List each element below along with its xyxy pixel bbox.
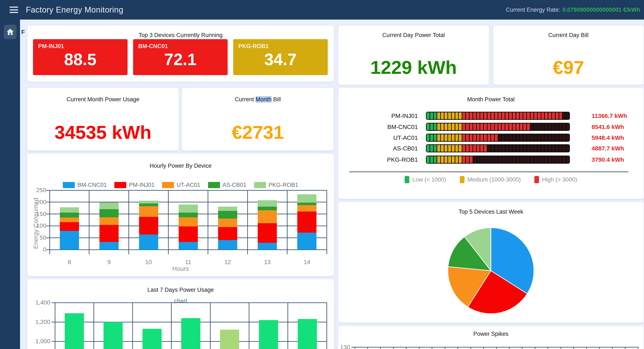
stacked-bar-segment[interactable]: [179, 205, 198, 213]
gauge-segment: [556, 156, 558, 163]
bar-chart[interactable]: 1,4001,2001,000: [55, 303, 327, 349]
stacked-bar-chart[interactable]: 050100150200250891011121314: [50, 190, 327, 250]
stacked-bar-segment[interactable]: [297, 203, 316, 205]
stacked-bar-segment[interactable]: [258, 210, 277, 223]
stacked-bar-segment[interactable]: [100, 225, 118, 242]
segmented-gauge[interactable]: [426, 144, 570, 152]
stacked-bar-segment[interactable]: [179, 226, 198, 242]
panel-title: Last 7 Days Power Usage: [27, 287, 334, 293]
stacked-bar-segment[interactable]: [179, 213, 198, 217]
stacked-bar-segment[interactable]: [297, 205, 316, 212]
stacked-bar-segment[interactable]: [218, 207, 237, 211]
stacked-bar-segment[interactable]: [297, 212, 316, 232]
bar[interactable]: [220, 330, 239, 349]
stacked-bar-segment[interactable]: [60, 207, 79, 213]
stacked-bar-segment[interactable]: [60, 213, 79, 218]
gridline: [55, 303, 55, 349]
stacked-bar-segment[interactable]: [100, 202, 118, 209]
home-button[interactable]: [4, 25, 16, 39]
gauge-segment: [548, 156, 551, 163]
bar[interactable]: [259, 320, 278, 349]
stacked-bar-segment[interactable]: [60, 218, 79, 222]
device-tile-bm-cnc01[interactable]: BM-CNC01 72.1: [133, 39, 228, 75]
panel-title: Current Month Bill: [182, 96, 334, 103]
gauge-segment: [473, 145, 476, 152]
panel-title: Current Day Bill: [493, 32, 644, 38]
gauge-segment: [498, 145, 501, 152]
gridline: [367, 347, 368, 349]
gauge-segment: [426, 123, 430, 130]
gauge-segment: [498, 134, 501, 141]
bar[interactable]: [181, 318, 200, 349]
gauge-segment: [480, 112, 483, 119]
stacked-bar-segment[interactable]: [139, 201, 158, 203]
stacked-bar-segment[interactable]: [218, 211, 237, 219]
gauge-segment: [534, 145, 537, 152]
gauge-segment: [437, 123, 440, 130]
bar[interactable]: [298, 319, 317, 349]
stacked-bar-segment[interactable]: [139, 235, 158, 250]
energy-rate: Current Energy Rate:0.07909000000000001€…: [506, 6, 640, 13]
stacked-bar-segment[interactable]: [218, 240, 237, 250]
stacked-bar-segment[interactable]: [297, 233, 316, 250]
stacked-bar-segment[interactable]: [100, 209, 118, 217]
stacked-bar-segment[interactable]: [297, 194, 316, 203]
bar[interactable]: [142, 329, 162, 349]
stacked-bar-segment[interactable]: [179, 242, 198, 250]
y-axis-title: Energy Consumed: [32, 194, 40, 253]
gauge-segment: [462, 123, 465, 130]
pie-chart[interactable]: [338, 202, 644, 323]
gridline: [406, 347, 406, 349]
stacked-bar-segment[interactable]: [60, 222, 79, 231]
bar[interactable]: [65, 313, 84, 349]
legend-swatch: [534, 176, 539, 183]
stacked-bar-segment[interactable]: [139, 203, 158, 206]
y-tick-label: 1,200: [33, 319, 50, 325]
gridline: [445, 347, 445, 349]
device-tile-pm-inj01[interactable]: PM-INJ01 88.5: [33, 39, 128, 75]
gridline: [50, 190, 50, 254]
y-tick-label: 250: [29, 187, 46, 194]
stacked-bar-segment[interactable]: [218, 227, 237, 240]
panel-power-spikes: Power Spikes 130: [338, 326, 644, 349]
stacked-bar-segment[interactable]: [60, 231, 79, 250]
legend-item: BM-CNC01: [63, 182, 107, 188]
gauge-segment: [512, 156, 516, 163]
gauge-segment: [520, 112, 523, 119]
stacked-bar-segment[interactable]: [139, 206, 158, 217]
gauge-segment: [512, 134, 516, 141]
stacked-bar-segment[interactable]: [258, 207, 277, 210]
gauge-segment: [509, 145, 512, 152]
gauge-segment: [455, 145, 458, 152]
gauge-segment: [484, 145, 487, 152]
stacked-bar-segment[interactable]: [258, 223, 277, 243]
gauge-segment: [462, 145, 465, 152]
gauge-segment: [552, 145, 555, 152]
device-row: PKG-ROB13790.4 kWh: [338, 156, 644, 164]
segmented-gauge[interactable]: [426, 134, 570, 142]
stacked-bar-segment[interactable]: [100, 217, 118, 225]
stacked-bar-segment[interactable]: [179, 217, 198, 226]
segmented-gauge[interactable]: [426, 112, 570, 120]
gauge-segment: [545, 112, 548, 119]
stacked-bar-segment[interactable]: [218, 219, 237, 227]
gridline: [287, 190, 288, 254]
gauge-segment: [459, 123, 462, 130]
gauge-segment: [477, 134, 480, 141]
menu-icon[interactable]: [10, 6, 18, 13]
stacked-bar-segment[interactable]: [139, 217, 158, 235]
gauge-segment: [520, 134, 523, 141]
stacked-bar-segment[interactable]: [258, 243, 277, 250]
gridline: [548, 347, 548, 349]
gauge-segment: [563, 112, 566, 119]
gauge-segment: [466, 123, 469, 130]
stacked-bar-segment[interactable]: [258, 200, 277, 207]
device-tile-pkg-rob1[interactable]: PKG-ROB1 34.7: [233, 39, 328, 75]
segmented-gauge[interactable]: [426, 156, 570, 164]
segmented-gauge[interactable]: [426, 123, 570, 131]
gauge-segment: [462, 134, 465, 141]
page-title: Factory Energy Monitoring: [26, 5, 123, 14]
stacked-bar-segment[interactable]: [100, 242, 118, 250]
line-chart-axis[interactable]: [355, 347, 638, 349]
bar[interactable]: [104, 322, 123, 349]
